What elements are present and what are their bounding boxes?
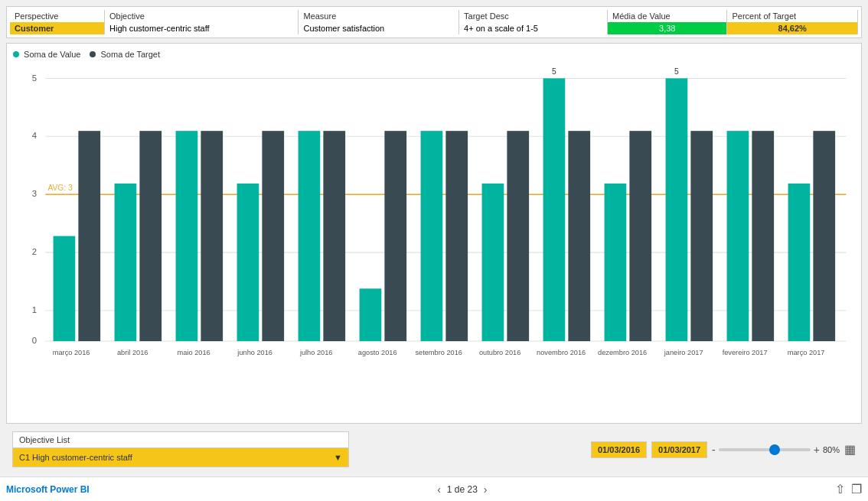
svg-text:junho 2016: junho 2016	[237, 349, 272, 356]
svg-text:4: 4	[700, 120, 704, 129]
svg-text:4: 4	[429, 120, 434, 129]
svg-text:5: 5	[32, 73, 37, 83]
legend-target: Soma de Target	[90, 50, 160, 59]
svg-text:4: 4	[87, 120, 92, 129]
bar-value-10	[666, 78, 688, 341]
svg-text:4: 4	[307, 120, 312, 129]
data-table: Perspective Objective Measure Target Des…	[10, 10, 858, 34]
svg-text:maio 2016: maio 2016	[178, 349, 210, 356]
bar-target-10	[690, 131, 713, 341]
svg-text:4: 4	[736, 120, 740, 129]
bar-value-12	[788, 184, 811, 341]
bar-value-0	[54, 236, 76, 341]
bar-target-7	[507, 131, 529, 341]
footer: Microsoft Power BI ‹ 1 de 23 › ⇧ ❐	[0, 477, 868, 501]
bar-target-4	[323, 131, 345, 341]
cell-target-desc: 4+ on a scale of 1-5	[459, 22, 608, 34]
svg-text:4: 4	[332, 120, 337, 129]
svg-text:2: 2	[32, 247, 37, 256]
bar-value-11	[727, 131, 749, 341]
svg-text:julho 2016: julho 2016	[299, 349, 333, 356]
main-content: Perspective Objective Measure Target Des…	[0, 0, 868, 477]
svg-text:4: 4	[577, 120, 582, 129]
objective-list-dropdown[interactable]: C1 High customer-centric staff ▼	[13, 448, 348, 467]
share-icon[interactable]: ⇧	[835, 482, 845, 496]
col-measure: Measure	[299, 10, 459, 22]
bar-target-3	[262, 131, 284, 341]
col-perspective: Perspective	[10, 10, 105, 22]
bar-target-0	[78, 131, 100, 341]
svg-text:5: 5	[674, 67, 679, 76]
slider-plus[interactable]: +	[814, 444, 820, 456]
fullscreen-icon[interactable]: ❐	[851, 482, 862, 496]
slider-track[interactable]	[719, 448, 811, 451]
svg-text:4: 4	[455, 120, 459, 129]
chart-container: 5 4 3 2 1 0 AVG: 3	[13, 65, 855, 371]
bar-target-12	[813, 131, 835, 341]
pagination: ‹ 1 de 23 ›	[437, 483, 487, 496]
bar-value-4	[299, 131, 321, 341]
date-controls: 01/03/2016 01/03/2017 - + 80% ▦	[591, 441, 856, 458]
dropdown-chevron-icon: ▼	[334, 453, 342, 462]
bar-target-6	[445, 131, 468, 341]
bar-value-1	[115, 184, 137, 341]
bar-target-9	[629, 131, 651, 341]
cell-percent: 84,62%	[727, 22, 858, 34]
chart-section: Soma de Value Soma de Target 5 4 3 2 1 0	[6, 43, 862, 424]
svg-text:2: 2	[62, 225, 67, 233]
svg-text:4: 4	[271, 120, 276, 129]
svg-text:5: 5	[552, 67, 556, 76]
cell-measure: Customer satisfaction	[299, 22, 459, 34]
svg-text:janeiro 2017: janeiro 2017	[664, 349, 703, 356]
svg-text:4: 4	[184, 120, 189, 129]
svg-text:3: 3	[491, 173, 495, 181]
col-objective: Objective	[105, 10, 299, 22]
powerbi-link[interactable]: Microsoft Power BI	[6, 484, 90, 495]
svg-text:4: 4	[210, 120, 214, 129]
svg-text:novembro 2016: novembro 2016	[537, 349, 586, 356]
svg-text:3: 3	[797, 173, 801, 181]
svg-text:1: 1	[32, 305, 37, 314]
svg-text:março 2017: março 2017	[788, 349, 825, 356]
svg-text:setembro 2016: setembro 2016	[415, 349, 462, 356]
slider-minus[interactable]: -	[712, 444, 716, 456]
svg-text:4: 4	[638, 120, 643, 129]
svg-text:AVG: 3: AVG: 3	[47, 184, 73, 192]
expand-icon[interactable]: ▦	[844, 442, 856, 457]
svg-text:4: 4	[32, 131, 37, 140]
svg-text:4: 4	[516, 120, 520, 129]
prev-page-arrow[interactable]: ‹	[437, 483, 441, 496]
legend-value: Soma de Value	[13, 50, 80, 59]
bar-value-2	[176, 131, 198, 341]
svg-text:dezembro 2016: dezembro 2016	[598, 349, 647, 356]
bar-target-11	[752, 131, 774, 341]
svg-text:1: 1	[368, 278, 373, 286]
bar-value-6	[421, 131, 443, 341]
svg-text:3: 3	[613, 173, 618, 181]
slider-container: - + 80%	[712, 444, 840, 456]
objective-list-box: Objective List C1 High customer-centric …	[12, 431, 349, 467]
svg-text:4: 4	[148, 120, 153, 129]
col-target-desc: Target Desc	[459, 10, 608, 22]
svg-text:3: 3	[32, 189, 37, 198]
date-start-badge: 01/03/2016	[591, 441, 647, 458]
bar-target-8	[568, 131, 590, 341]
page-indicator: 1 de 23	[447, 484, 478, 495]
bottom-section: Objective List C1 High customer-centric …	[6, 428, 862, 470]
bar-value-3	[237, 184, 259, 341]
svg-text:4: 4	[393, 120, 398, 129]
bar-value-9	[605, 184, 627, 341]
bar-target-1	[139, 131, 162, 341]
svg-text:outubro 2016: outubro 2016	[479, 349, 520, 356]
bar-value-7	[482, 184, 504, 341]
next-page-arrow[interactable]: ›	[484, 483, 488, 496]
slider-thumb[interactable]	[769, 444, 780, 455]
svg-text:3: 3	[123, 173, 128, 181]
table-row: Customer High customer-centric staff Cus…	[10, 22, 858, 34]
svg-text:março 2016: março 2016	[53, 349, 90, 356]
objective-list-selected: C1 High customer-centric staff	[19, 453, 132, 462]
bar-value-8	[543, 78, 566, 341]
chart-legend: Soma de Value Soma de Target	[13, 50, 855, 59]
date-end-badge: 01/03/2017	[651, 441, 707, 458]
footer-icons: ⇧ ❐	[835, 482, 862, 496]
